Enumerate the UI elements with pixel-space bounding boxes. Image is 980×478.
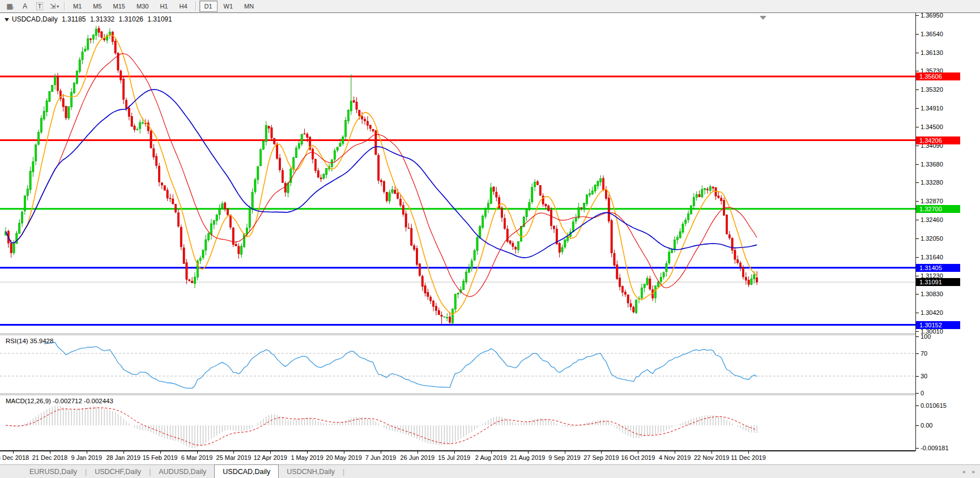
time-axis-tick	[711, 451, 712, 454]
axis-tick	[916, 276, 919, 276]
rsi-scale-label: 70	[921, 350, 927, 357]
date-label: 9 Sep 2019	[548, 454, 580, 461]
axis-tick	[916, 53, 919, 53]
macd-canvas[interactable]	[0, 396, 915, 450]
price-tick-label: 1.35320	[921, 86, 943, 93]
date-label: 7 Jun 2019	[365, 454, 396, 461]
toolbar-separator	[195, 2, 197, 11]
label-t-button[interactable]: T	[33, 1, 46, 11]
rsi-pane[interactable]: RSI(14) 35.9428	[0, 336, 980, 394]
date-label: 9 Jan 2019	[71, 454, 102, 461]
axis-tick	[916, 336, 919, 337]
time-axis-tick	[491, 451, 492, 454]
time-axis-tick	[748, 451, 749, 454]
date-label: 22 Nov 2019	[694, 454, 729, 461]
timeframe-mn-button[interactable]: MN	[239, 1, 259, 12]
axis-tick	[916, 15, 919, 16]
symbol-label: USDCAD,Daily	[12, 15, 58, 23]
date-label: 4 Nov 2019	[659, 454, 691, 461]
ohlc-low: 1.31026	[119, 15, 143, 23]
date-label: 3 Dec 2018	[0, 454, 29, 461]
hline-price-label: 1.34206	[916, 136, 960, 144]
hline-price-label: 1.30152	[916, 321, 960, 329]
axis-tick	[916, 238, 919, 239]
date-label: 6 Mar 2019	[181, 454, 213, 461]
symbol-dropdown-icon[interactable]	[5, 18, 9, 22]
timeframe-h4-button[interactable]: H4	[174, 1, 192, 12]
time-axis-tick	[160, 451, 161, 454]
time-axis-tick	[307, 451, 308, 454]
macd-scale-label: 0.00	[921, 422, 932, 429]
rsi-label: RSI(14) 35.9428	[6, 338, 53, 344]
price-tick-label: 1.32460	[921, 216, 943, 223]
date-label: 12 Apr 2019	[254, 454, 287, 461]
time-axis-tick	[601, 451, 602, 454]
tab-scroll-right-icon[interactable]: ▸	[970, 468, 978, 475]
time-axis-tick	[417, 451, 418, 454]
timeframe-m30-button[interactable]: M30	[131, 1, 154, 12]
timeframe-m1-button[interactable]: M1	[68, 1, 87, 12]
price-tick-label: 1.32050	[921, 235, 943, 242]
tab-usdcnh[interactable]: USDCNH,Daily	[279, 466, 343, 478]
chevron-down-icon[interactable]: ▾	[57, 4, 59, 9]
text-a-button[interactable]: A	[18, 1, 32, 11]
ohlc-close: 1.31091	[147, 15, 172, 23]
timeframe-m15-button[interactable]: M15	[108, 1, 130, 12]
time-axis-tick	[50, 451, 50, 454]
ohlc-high: 1.31332	[90, 15, 114, 23]
axis-tick	[916, 146, 919, 146]
time-axis-tick	[344, 451, 344, 454]
price-tick-label: 1.30420	[921, 309, 943, 316]
macd-pane[interactable]: MACD(12,26,9) -0.002712 -0.002443	[0, 396, 980, 450]
macd-scale-label: 0.010615	[921, 402, 947, 409]
price-tick-label: 1.33280	[921, 179, 943, 186]
tab-usdchf[interactable]: USDCHF,Daily	[87, 466, 149, 478]
axis-tick	[916, 182, 919, 183]
axis-tick	[916, 164, 919, 165]
chart-shift-icon[interactable]	[760, 16, 766, 20]
timeframe-m5-button[interactable]: M5	[88, 1, 106, 12]
hline-price-label: 1.31405	[916, 264, 960, 272]
rsi-scale-label: 30	[921, 373, 927, 379]
ohlc-open: 1.31185	[62, 15, 86, 23]
axis-tick	[916, 127, 919, 127]
chart-grid-f-icon[interactable]: ▦F	[3, 1, 17, 11]
rsi-scale-label: 0	[921, 390, 924, 396]
time-axis-tick	[528, 451, 529, 454]
main-chart-pane[interactable]: USDCAD,Daily 1.31185 1.31332 1.31026 1.3…	[0, 13, 980, 334]
timeframe-h1-button[interactable]: H1	[155, 1, 173, 12]
hline-price-label: 1.35606	[916, 72, 960, 80]
tab-eurusd[interactable]: EURUSD,Daily	[22, 466, 85, 478]
tab-audusd[interactable]: AUDUSD,Daily	[151, 466, 214, 478]
price-axis[interactable]: 1.369501.365401.361301.357301.353201.349…	[915, 13, 980, 451]
main-chart-canvas[interactable]	[0, 13, 915, 334]
date-label: 26 Jun 2019	[400, 454, 435, 461]
date-label: 2 Aug 2019	[475, 454, 507, 461]
tab-scroll-left-icon[interactable]: ◂	[960, 468, 968, 475]
hline-price-label: 1.32700	[916, 205, 960, 213]
time-axis-tick	[381, 451, 381, 454]
tab-usdcad[interactable]: USDCAD,Daily	[214, 464, 279, 478]
axis-tick	[916, 425, 919, 426]
rsi-canvas[interactable]	[0, 336, 915, 394]
time-axis-tick	[87, 451, 87, 454]
date-label: 15 Feb 2019	[143, 454, 178, 461]
date-label: 25 Mar 2019	[216, 454, 252, 461]
cursor-mode-button[interactable]: ⇲▾	[48, 1, 61, 11]
time-axis[interactable]: 3 Dec 201821 Dec 20189 Jan 201928 Jan 20…	[0, 451, 980, 464]
axis-tick	[916, 89, 919, 90]
toolbar-separator	[64, 2, 65, 11]
axis-tick	[916, 294, 919, 295]
time-axis-tick	[13, 451, 14, 454]
time-axis-tick	[675, 451, 675, 454]
date-label: 28 Jan 2019	[106, 454, 140, 461]
timeframe-w1-button[interactable]: W1	[219, 1, 238, 12]
axis-tick	[916, 406, 919, 406]
price-tick-label: 1.36950	[921, 12, 943, 19]
timeframe-d1-button[interactable]: D1	[199, 1, 218, 12]
date-label: 21 Dec 2018	[32, 454, 67, 461]
date-label: 1 May 2019	[291, 454, 323, 461]
price-tick-label: 1.34910	[921, 105, 943, 112]
macd-scale-label: -0.009181	[921, 445, 949, 451]
axis-tick	[916, 353, 919, 354]
